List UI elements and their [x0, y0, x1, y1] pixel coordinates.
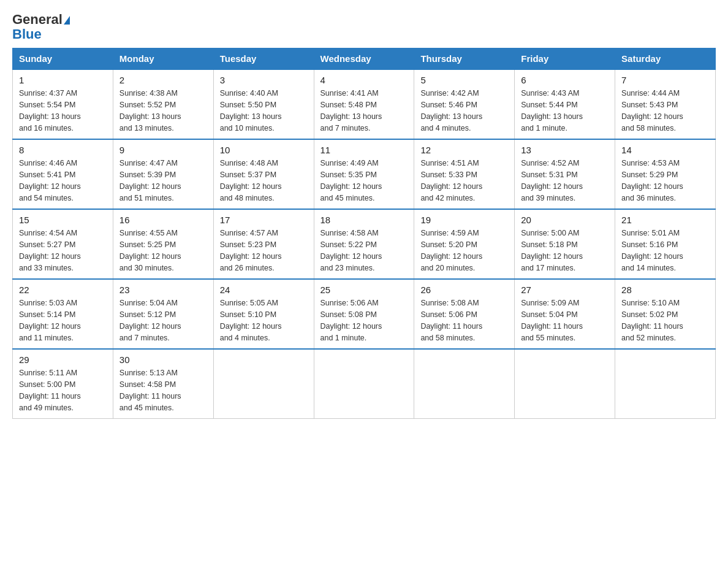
day-info: Sunrise: 4:49 AMSunset: 5:35 PMDaylight:…: [320, 158, 408, 204]
day-number: 15: [19, 215, 107, 225]
day-of-week-header: Wednesday: [314, 48, 414, 70]
calendar-cell: 24Sunrise: 5:05 AMSunset: 5:10 PMDayligh…: [213, 279, 314, 349]
day-info: Sunrise: 4:58 AMSunset: 5:22 PMDaylight:…: [320, 228, 408, 274]
day-info: Sunrise: 4:53 AMSunset: 5:29 PMDaylight:…: [621, 158, 709, 204]
calendar-cell: 1Sunrise: 4:37 AMSunset: 5:54 PMDaylight…: [13, 69, 113, 139]
day-info: Sunrise: 4:40 AMSunset: 5:50 PMDaylight:…: [220, 88, 308, 134]
day-number: 6: [521, 75, 609, 85]
day-info: Sunrise: 4:46 AMSunset: 5:41 PMDaylight:…: [19, 158, 107, 204]
calendar-cell: 9Sunrise: 4:47 AMSunset: 5:39 PMDaylight…: [113, 139, 213, 209]
calendar-cell: 19Sunrise: 4:59 AMSunset: 5:20 PMDayligh…: [414, 209, 515, 279]
day-number: 9: [119, 145, 207, 155]
calendar-cell: 2Sunrise: 4:38 AMSunset: 5:52 PMDaylight…: [113, 69, 213, 139]
day-number: 19: [420, 215, 508, 225]
day-number: 24: [220, 285, 308, 295]
day-number: 13: [521, 145, 609, 155]
day-number: 28: [621, 285, 709, 295]
day-number: 20: [521, 215, 609, 225]
calendar-cell: 17Sunrise: 4:57 AMSunset: 5:23 PMDayligh…: [213, 209, 314, 279]
calendar-cell: 30Sunrise: 5:13 AMSunset: 4:58 PMDayligh…: [113, 349, 213, 419]
day-info: Sunrise: 5:05 AMSunset: 5:10 PMDaylight:…: [220, 297, 308, 343]
calendar-cell: [314, 349, 414, 419]
calendar-cell: 8Sunrise: 4:46 AMSunset: 5:41 PMDaylight…: [13, 139, 113, 209]
day-number: 21: [621, 215, 709, 225]
day-number: 4: [320, 75, 408, 85]
day-info: Sunrise: 5:04 AMSunset: 5:12 PMDaylight:…: [119, 297, 207, 343]
calendar-week-row: 8Sunrise: 4:46 AMSunset: 5:41 PMDaylight…: [13, 139, 716, 209]
calendar-week-row: 22Sunrise: 5:03 AMSunset: 5:14 PMDayligh…: [13, 279, 716, 349]
day-info: Sunrise: 5:00 AMSunset: 5:18 PMDaylight:…: [521, 228, 609, 274]
calendar-cell: 3Sunrise: 4:40 AMSunset: 5:50 PMDaylight…: [213, 69, 314, 139]
logo-blue: Blue: [12, 26, 42, 42]
day-of-week-header: Saturday: [615, 48, 716, 70]
day-number: 26: [420, 285, 508, 295]
day-number: 14: [621, 145, 709, 155]
day-of-week-header: Tuesday: [213, 48, 314, 70]
day-number: 17: [220, 215, 308, 225]
day-info: Sunrise: 4:44 AMSunset: 5:43 PMDaylight:…: [621, 88, 709, 134]
logo-general: General: [12, 12, 63, 27]
day-number: 11: [320, 145, 408, 155]
day-info: Sunrise: 4:52 AMSunset: 5:31 PMDaylight:…: [521, 158, 609, 204]
day-number: 23: [119, 285, 207, 295]
day-number: 18: [320, 215, 408, 225]
calendar-cell: 6Sunrise: 4:43 AMSunset: 5:44 PMDaylight…: [515, 69, 615, 139]
logo-triangle-icon: [64, 16, 70, 25]
day-number: 30: [119, 354, 207, 365]
day-of-week-header: Monday: [113, 48, 213, 70]
day-number: 1: [19, 75, 107, 85]
day-info: Sunrise: 4:43 AMSunset: 5:44 PMDaylight:…: [521, 88, 609, 134]
day-info: Sunrise: 5:06 AMSunset: 5:08 PMDaylight:…: [320, 297, 408, 343]
calendar-table: SundayMondayTuesdayWednesdayThursdayFrid…: [12, 48, 716, 419]
day-number: 16: [119, 215, 207, 225]
day-info: Sunrise: 4:51 AMSunset: 5:33 PMDaylight:…: [420, 158, 508, 204]
day-info: Sunrise: 4:41 AMSunset: 5:48 PMDaylight:…: [320, 88, 408, 134]
calendar-cell: [213, 349, 314, 419]
day-info: Sunrise: 4:54 AMSunset: 5:27 PMDaylight:…: [19, 228, 107, 274]
logo: General Blue: [12, 12, 70, 42]
day-info: Sunrise: 5:03 AMSunset: 5:14 PMDaylight:…: [19, 297, 107, 343]
day-number: 25: [320, 285, 408, 295]
calendar-cell: 10Sunrise: 4:48 AMSunset: 5:37 PMDayligh…: [213, 139, 314, 209]
calendar-cell: 23Sunrise: 5:04 AMSunset: 5:12 PMDayligh…: [113, 279, 213, 349]
calendar-cell: 14Sunrise: 4:53 AMSunset: 5:29 PMDayligh…: [615, 139, 716, 209]
day-info: Sunrise: 4:55 AMSunset: 5:25 PMDaylight:…: [119, 228, 207, 274]
calendar-cell: 11Sunrise: 4:49 AMSunset: 5:35 PMDayligh…: [314, 139, 414, 209]
day-info: Sunrise: 4:47 AMSunset: 5:39 PMDaylight:…: [119, 158, 207, 204]
day-number: 29: [19, 354, 107, 365]
calendar-cell: 15Sunrise: 4:54 AMSunset: 5:27 PMDayligh…: [13, 209, 113, 279]
calendar-cell: 12Sunrise: 4:51 AMSunset: 5:33 PMDayligh…: [414, 139, 515, 209]
calendar-week-row: 1Sunrise: 4:37 AMSunset: 5:54 PMDaylight…: [13, 69, 716, 139]
calendar-cell: 22Sunrise: 5:03 AMSunset: 5:14 PMDayligh…: [13, 279, 113, 349]
day-info: Sunrise: 4:59 AMSunset: 5:20 PMDaylight:…: [420, 228, 508, 274]
day-info: Sunrise: 4:57 AMSunset: 5:23 PMDaylight:…: [220, 228, 308, 274]
calendar-cell: 16Sunrise: 4:55 AMSunset: 5:25 PMDayligh…: [113, 209, 213, 279]
day-info: Sunrise: 5:01 AMSunset: 5:16 PMDaylight:…: [621, 228, 709, 274]
calendar-cell: [615, 349, 716, 419]
calendar-header-row: SundayMondayTuesdayWednesdayThursdayFrid…: [13, 48, 716, 70]
calendar-cell: 18Sunrise: 4:58 AMSunset: 5:22 PMDayligh…: [314, 209, 414, 279]
day-info: Sunrise: 4:37 AMSunset: 5:54 PMDaylight:…: [19, 88, 107, 134]
day-number: 7: [621, 75, 709, 85]
day-number: 2: [119, 75, 207, 85]
calendar-cell: 4Sunrise: 4:41 AMSunset: 5:48 PMDaylight…: [314, 69, 414, 139]
calendar-cell: 26Sunrise: 5:08 AMSunset: 5:06 PMDayligh…: [414, 279, 515, 349]
day-info: Sunrise: 5:13 AMSunset: 4:58 PMDaylight:…: [119, 367, 207, 413]
day-number: 8: [19, 145, 107, 155]
day-of-week-header: Thursday: [414, 48, 515, 70]
day-number: 10: [220, 145, 308, 155]
day-info: Sunrise: 4:38 AMSunset: 5:52 PMDaylight:…: [119, 88, 207, 134]
calendar-cell: [414, 349, 515, 419]
calendar-cell: 13Sunrise: 4:52 AMSunset: 5:31 PMDayligh…: [515, 139, 615, 209]
calendar-cell: 5Sunrise: 4:42 AMSunset: 5:46 PMDaylight…: [414, 69, 515, 139]
day-info: Sunrise: 5:11 AMSunset: 5:00 PMDaylight:…: [19, 367, 107, 413]
day-number: 3: [220, 75, 308, 85]
calendar-cell: 25Sunrise: 5:06 AMSunset: 5:08 PMDayligh…: [314, 279, 414, 349]
calendar-cell: 29Sunrise: 5:11 AMSunset: 5:00 PMDayligh…: [13, 349, 113, 419]
day-info: Sunrise: 5:10 AMSunset: 5:02 PMDaylight:…: [621, 297, 709, 343]
calendar-cell: 28Sunrise: 5:10 AMSunset: 5:02 PMDayligh…: [615, 279, 716, 349]
day-number: 5: [420, 75, 508, 85]
logo-text: General Blue: [12, 12, 70, 42]
day-of-week-header: Sunday: [13, 48, 113, 70]
day-info: Sunrise: 4:48 AMSunset: 5:37 PMDaylight:…: [220, 158, 308, 204]
